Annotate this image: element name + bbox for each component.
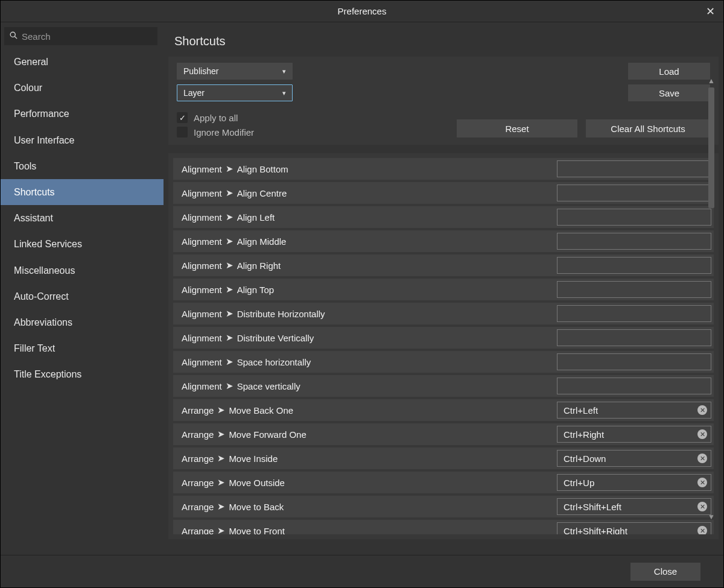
- sidebar-item-miscellaneous[interactable]: Miscellaneous: [1, 258, 164, 283]
- shortcut-field[interactable]: [557, 233, 711, 250]
- sidebar-item-abbreviations[interactable]: Abbreviations: [1, 309, 164, 335]
- category-select[interactable]: Layer ▾: [177, 84, 293, 101]
- shortcut-field[interactable]: Ctrl+Shift+Right✕: [557, 522, 711, 534]
- close-icon[interactable]: ✕: [706, 6, 715, 17]
- reset-button[interactable]: Reset: [457, 119, 577, 138]
- shortcut-row[interactable]: Alignment➤Align Right: [173, 254, 714, 276]
- shortcut-field[interactable]: [557, 329, 711, 346]
- shortcut-row[interactable]: Alignment➤Align Centre: [173, 182, 714, 204]
- sidebar-item-title-exceptions[interactable]: Title Exceptions: [1, 361, 164, 387]
- shortcut-row[interactable]: Arrange➤Move Back OneCtrl+Left✕: [173, 399, 714, 421]
- submenu-arrow-icon: ➤: [226, 212, 233, 223]
- sidebar: GeneralColourPerformanceUser InterfaceTo…: [1, 22, 164, 555]
- shortcut-value: Ctrl+Up: [564, 478, 594, 488]
- search-input[interactable]: [22, 31, 153, 42]
- search-box[interactable]: [4, 27, 157, 45]
- submenu-arrow-icon: ➤: [226, 381, 233, 391]
- shortcut-label: Alignment➤Space horizontally: [182, 356, 557, 367]
- submenu-arrow-icon: ➤: [217, 525, 225, 534]
- shortcut-label: Alignment➤Align Left: [182, 212, 557, 223]
- shortcut-row[interactable]: Arrange➤Move OutsideCtrl+Up✕: [173, 472, 714, 493]
- shortcut-field[interactable]: [557, 305, 711, 322]
- shortcut-row[interactable]: Alignment➤Distribute Vertically: [173, 327, 714, 349]
- shortcuts-table: Alignment➤Align BottomAlignment➤Align Ce…: [168, 153, 719, 539]
- shortcut-label: Arrange➤Move Inside: [182, 453, 557, 464]
- shortcut-label: Arrange➤Move Outside: [182, 477, 557, 488]
- controls-bar: Publisher ▾ Layer ▾ Load Save ✓ Apply to…: [168, 57, 719, 145]
- shortcut-field[interactable]: [557, 378, 711, 394]
- shortcut-row[interactable]: Arrange➤Move Forward OneCtrl+Right✕: [173, 423, 714, 445]
- shortcut-row[interactable]: Alignment➤Space vertically: [173, 375, 714, 397]
- shortcut-row[interactable]: Arrange➤Move to FrontCtrl+Shift+Right✕: [173, 520, 714, 534]
- shortcut-label: Alignment➤Align Middle: [182, 236, 557, 247]
- shortcut-field[interactable]: [557, 160, 711, 177]
- clear-shortcut-icon[interactable]: ✕: [697, 454, 707, 463]
- page-title: Shortcuts: [174, 34, 723, 48]
- close-button[interactable]: Close: [630, 563, 700, 581]
- shortcut-field[interactable]: Ctrl+Right✕: [557, 426, 711, 443]
- shortcut-field[interactable]: [557, 281, 711, 298]
- shortcut-field[interactable]: [557, 257, 711, 274]
- shortcut-row[interactable]: Alignment➤Align Middle: [173, 230, 714, 252]
- sidebar-item-filler-text[interactable]: Filler Text: [1, 335, 164, 361]
- shortcut-label: Arrange➤Move Back One: [182, 405, 557, 416]
- svg-point-0: [10, 32, 15, 37]
- clear-shortcut-icon[interactable]: ✕: [697, 526, 707, 534]
- submenu-arrow-icon: ➤: [217, 501, 225, 512]
- clear-shortcut-icon[interactable]: ✕: [697, 405, 707, 415]
- shortcut-label: Alignment➤Align Top: [182, 284, 557, 295]
- shortcut-row[interactable]: Arrange➤Move to BackCtrl+Shift+Left✕: [173, 496, 714, 517]
- shortcut-row[interactable]: Alignment➤Space horizontally: [173, 351, 714, 373]
- submenu-arrow-icon: ➤: [226, 308, 233, 319]
- shortcut-value: Ctrl+Shift+Left: [564, 502, 621, 512]
- sidebar-item-general[interactable]: General: [1, 49, 164, 75]
- clear-shortcut-icon[interactable]: ✕: [697, 429, 707, 439]
- submenu-arrow-icon: ➤: [217, 429, 225, 440]
- shortcut-field[interactable]: [557, 209, 711, 226]
- profile-select[interactable]: Publisher ▾: [177, 63, 293, 80]
- save-button[interactable]: Save: [628, 84, 710, 101]
- shortcut-label: Alignment➤Align Centre: [182, 188, 557, 198]
- submenu-arrow-icon: ➤: [217, 477, 225, 488]
- sidebar-item-tools[interactable]: Tools: [1, 153, 164, 179]
- shortcut-label: Alignment➤Distribute Horizontally: [182, 308, 557, 319]
- sidebar-item-linked-services[interactable]: Linked Services: [1, 231, 164, 257]
- main-panel: Shortcuts Publisher ▾ Layer ▾ Load Save …: [164, 22, 723, 555]
- shortcut-row[interactable]: Alignment➤Distribute Horizontally: [173, 303, 714, 324]
- load-button[interactable]: Load: [628, 63, 710, 80]
- sidebar-item-auto-correct[interactable]: Auto-Correct: [1, 283, 164, 309]
- scroll-track[interactable]: [708, 87, 714, 510]
- shortcut-row[interactable]: Alignment➤Align Left: [173, 206, 714, 228]
- chevron-down-icon: ▾: [282, 68, 286, 75]
- shortcut-row[interactable]: Alignment➤Align Bottom: [173, 158, 714, 180]
- clear-shortcut-icon[interactable]: ✕: [697, 502, 707, 511]
- shortcut-field[interactable]: Ctrl+Down✕: [557, 450, 711, 467]
- submenu-arrow-icon: ➤: [217, 405, 225, 416]
- shortcut-field[interactable]: Ctrl+Left✕: [557, 402, 711, 419]
- vertical-scrollbar[interactable]: ▲ ▼: [707, 77, 716, 521]
- search-icon: [9, 31, 18, 42]
- submenu-arrow-icon: ➤: [226, 163, 233, 174]
- sidebar-item-colour[interactable]: Colour: [1, 75, 164, 101]
- clear-all-button[interactable]: Clear All Shortcuts: [586, 119, 710, 138]
- scroll-down-icon[interactable]: ▼: [708, 513, 715, 521]
- shortcut-row[interactable]: Alignment➤Align Top: [173, 279, 714, 300]
- clear-shortcut-icon[interactable]: ✕: [697, 478, 707, 487]
- ignore-modifier-checkbox[interactable]: [177, 127, 188, 138]
- shortcut-value: Ctrl+Shift+Right: [564, 526, 627, 535]
- svg-line-1: [15, 37, 17, 39]
- sidebar-item-performance[interactable]: Performance: [1, 101, 164, 127]
- sidebar-item-shortcuts[interactable]: Shortcuts: [1, 179, 164, 205]
- sidebar-item-user-interface[interactable]: User Interface: [1, 127, 164, 153]
- scroll-up-icon[interactable]: ▲: [708, 77, 715, 85]
- apply-to-all-checkbox[interactable]: ✓: [177, 112, 188, 123]
- submenu-arrow-icon: ➤: [226, 284, 233, 295]
- submenu-arrow-icon: ➤: [226, 260, 233, 271]
- shortcut-field[interactable]: [557, 353, 711, 370]
- sidebar-item-assistant[interactable]: Assistant: [1, 205, 164, 231]
- scroll-thumb[interactable]: [708, 87, 714, 208]
- shortcut-field[interactable]: [557, 185, 711, 201]
- shortcut-row[interactable]: Arrange➤Move InsideCtrl+Down✕: [173, 447, 714, 469]
- shortcut-field[interactable]: Ctrl+Shift+Left✕: [557, 498, 711, 515]
- shortcut-field[interactable]: Ctrl+Up✕: [557, 474, 711, 491]
